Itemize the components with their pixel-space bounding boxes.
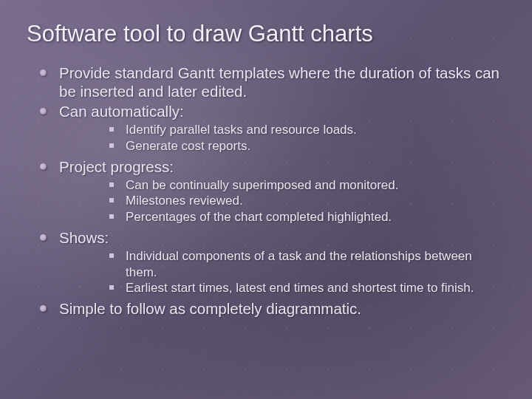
slide-title: Software tool to draw Gantt charts	[27, 21, 505, 47]
bullet-level2: Milestones reviewed.	[126, 193, 505, 209]
bullet-level2: Generate cost reports.	[126, 138, 505, 154]
bullet-level2: Identify parallel tasks and resource loa…	[126, 122, 505, 138]
bullet-level1: Shows:	[59, 228, 505, 247]
bullet-level1: Simple to follow as completely diagramma…	[59, 299, 505, 318]
bullet-level2: Individual components of a task and the …	[126, 248, 505, 281]
bullet-level2: Earliest start times, latest end times a…	[126, 280, 505, 296]
slide: Software tool to draw Gantt charts Provi…	[0, 0, 532, 399]
bullet-level1: Project progress:	[59, 157, 505, 176]
bullet-level1: Provide standard Gantt templates where t…	[59, 64, 505, 100]
bullet-level1: Can automatically:	[59, 102, 505, 120]
bullet-level2: Can be continually superimposed and moni…	[126, 177, 505, 194]
bullet-level2: Percentages of the chart completed highl…	[126, 209, 505, 225]
